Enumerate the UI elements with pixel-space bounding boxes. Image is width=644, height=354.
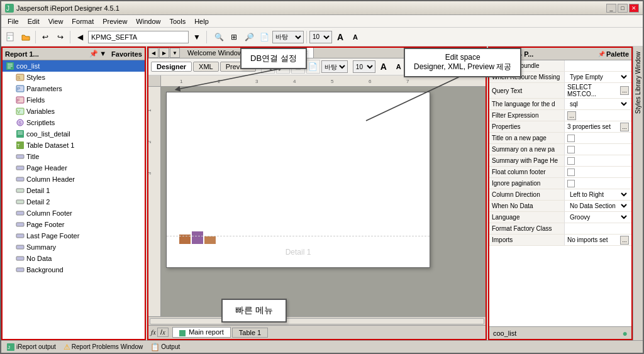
zoom-in-button[interactable]: 🔎 <box>242 30 256 44</box>
tree-item-page-footer[interactable]: Page Footer <box>3 219 145 230</box>
column-direction-select[interactable]: Left to Right Right to Left <box>567 191 629 199</box>
detail-band: Detail 1 <box>167 236 430 267</box>
left-panel-pin[interactable]: 📌 <box>89 50 98 58</box>
props-tab2[interactable]: Palette <box>606 50 629 58</box>
tab-nav-left[interactable]: ◀ <box>148 48 158 58</box>
h-scrollbar[interactable] <box>150 318 484 324</box>
tree-item-coo-list[interactable]: coo_list <box>3 60 145 72</box>
page-button[interactable]: 📄 <box>257 30 271 44</box>
xml-tab-button[interactable]: XML <box>193 62 219 72</box>
zoom-out-button[interactable]: 🔍 <box>212 30 226 44</box>
font-size-up-button[interactable]: A <box>333 30 347 44</box>
tree-label: Summary <box>26 243 56 251</box>
status-bar: J iReport output ⚠ Report Problems Windo… <box>1 340 643 353</box>
props-pin[interactable]: 📌 <box>598 51 605 57</box>
status-output[interactable]: 📋 Output <box>148 343 182 351</box>
summary-new-page-checkbox[interactable] <box>567 146 575 153</box>
tree-item-parameters[interactable]: P Parameters <box>3 83 145 94</box>
tree-item-variables[interactable]: V Variables <box>3 106 145 117</box>
zoom-fit-button[interactable]: ⊞ <box>227 30 241 44</box>
tree-item-summary[interactable]: Summary <box>3 241 145 253</box>
menu-file[interactable]: File <box>4 17 23 26</box>
tree-item-last-page-footer[interactable]: Last Page Footer <box>3 230 145 241</box>
canvas-content[interactable]: Detail 1 <box>161 87 486 316</box>
tab-nav-list[interactable]: ▼ <box>170 48 180 58</box>
canvas-area[interactable]: 1 2 3 4 5 6 7 <box>148 75 486 325</box>
query-text-btn[interactable]: ... <box>620 86 629 95</box>
output-icon: 📋 <box>150 343 160 351</box>
menu-window[interactable]: Window <box>132 17 164 26</box>
prop-ignore-pagination: Ignore pagination <box>489 178 631 189</box>
styles-library-label[interactable]: Styles Library Window <box>633 49 643 116</box>
tree-item-fields[interactable]: F Fields <box>3 94 145 106</box>
tree-item-coo-list-detail[interactable]: coo_list_detail <box>3 128 145 140</box>
title-new-page-checkbox[interactable] <box>567 135 575 142</box>
text-size-up-btn[interactable]: A <box>377 60 391 74</box>
menu-preview[interactable]: Preview <box>99 17 131 26</box>
tree-item-page-header[interactable]: Page Header <box>3 162 145 174</box>
left-panel-menu[interactable]: ▼ <box>99 50 106 58</box>
db-connection-input[interactable] <box>88 31 189 43</box>
tab-nav-right[interactable]: ▶ <box>159 48 169 58</box>
align-select[interactable]: 바탕 <box>272 31 304 43</box>
svg-rect-27 <box>16 189 24 192</box>
float-column-footer-checkbox[interactable] <box>567 169 575 176</box>
nav-back-button[interactable]: ◀ <box>73 30 87 44</box>
tree-item-title[interactable]: Title <box>3 151 145 162</box>
band-icon <box>15 152 25 162</box>
font-size-down-button[interactable]: A <box>348 30 362 44</box>
undo-button[interactable]: ↩ <box>38 30 52 44</box>
svg-rect-28 <box>16 200 24 204</box>
canvas-zoom-select[interactable]: 102550100 <box>353 60 375 73</box>
tree-item-background[interactable]: Background <box>3 264 145 275</box>
when-resource-select[interactable]: Type Empty <box>567 73 629 81</box>
callout-db-setting: DB연결 설정 <box>240 48 307 69</box>
table1-tab[interactable]: Table 1 <box>232 328 268 338</box>
zoom-select[interactable]: 102550100 <box>309 31 332 43</box>
band-icon-lpf <box>15 231 25 241</box>
toolbar-sep-4 <box>306 31 307 43</box>
redo-button[interactable]: ↪ <box>53 30 67 44</box>
designer-tab-button[interactable]: Designer <box>151 62 192 72</box>
language-select[interactable]: Groovy Java <box>567 213 629 221</box>
tree-label: Background <box>26 266 64 274</box>
styles-library-panel[interactable]: Styles Library Window <box>633 47 643 340</box>
summary-page-header-checkbox[interactable] <box>567 157 575 165</box>
tree-item-no-data[interactable]: No Data <box>3 253 145 264</box>
svg-rect-32 <box>16 245 24 249</box>
font-select[interactable]: 바탕 <box>321 60 348 73</box>
left-panel-tab2[interactable]: Favorites <box>111 50 142 58</box>
menu-edit[interactable]: Edit <box>24 17 43 26</box>
maximize-button[interactable]: □ <box>618 4 628 13</box>
properties-btn[interactable]: ... <box>620 123 629 131</box>
tree-item-detail2[interactable]: Detail 2 <box>3 196 145 207</box>
tree-item-column-header[interactable]: Column Header <box>3 174 145 185</box>
menu-format[interactable]: Format <box>68 17 97 26</box>
menu-view[interactable]: View <box>45 17 67 26</box>
report-page[interactable]: Detail 1 <box>166 92 430 268</box>
status-report-problems[interactable]: ⚠ Report Problems Window <box>61 343 145 351</box>
close-button[interactable]: ✕ <box>629 4 639 13</box>
svg-rect-29 <box>16 211 24 215</box>
dropdown-button[interactable]: ▼ <box>190 30 204 44</box>
open-folder-button[interactable] <box>19 30 33 44</box>
status-ireport-output[interactable]: J iReport output <box>4 343 58 351</box>
filter-expression-btn[interactable]: ... <box>567 111 576 120</box>
tree-label: Styles <box>26 74 45 81</box>
page-view-button[interactable]: 📄 <box>306 60 320 74</box>
menu-help[interactable]: Help <box>191 17 213 26</box>
tree-item-column-footer[interactable]: Column Footer <box>3 207 145 219</box>
tree-item-detail1[interactable]: Detail 1 <box>3 185 145 196</box>
tree-item-scriptlets[interactable]: S Scriptlets <box>3 117 145 128</box>
tree-item-table-dataset[interactable]: T Table Dataset 1 <box>3 140 145 151</box>
language-for-data-select[interactable]: sql <box>567 100 629 108</box>
main-report-tab[interactable]: Main report <box>172 327 231 337</box>
fx-button[interactable]: /𝑥 <box>157 328 169 337</box>
new-button[interactable]: + <box>4 30 18 44</box>
menu-tools[interactable]: Tools <box>165 17 189 26</box>
when-no-data-select[interactable]: No Data Section <box>567 202 629 210</box>
ignore-pagination-checkbox[interactable] <box>567 180 575 187</box>
minimize-button[interactable]: _ <box>606 4 616 13</box>
tree-item-styles[interactable]: S Styles <box>3 72 145 83</box>
imports-btn[interactable]: ... <box>620 236 629 245</box>
